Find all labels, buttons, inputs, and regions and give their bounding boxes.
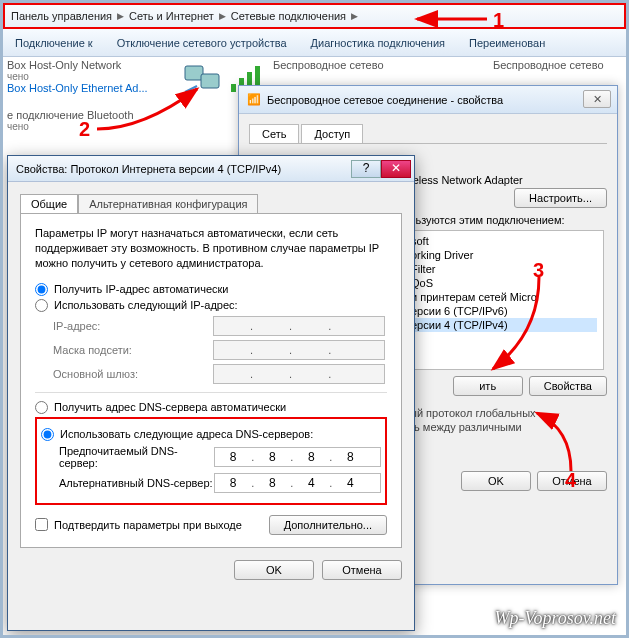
connection-title: Беспроводное сетево bbox=[273, 59, 473, 71]
checkbox-label: Подтвердить параметры при выходе bbox=[54, 519, 242, 531]
titlebar[interactable]: Свойства: Протокол Интернета версии 4 (T… bbox=[8, 156, 414, 182]
install-button[interactable]: ить bbox=[453, 376, 523, 396]
cancel-button[interactable]: Отмена bbox=[322, 560, 402, 580]
radio-label: Получить IP-адрес автоматически bbox=[54, 283, 228, 295]
arrow-icon bbox=[413, 9, 489, 29]
wifi-icon: 📶 bbox=[247, 93, 261, 106]
label-gateway: Основной шлюз: bbox=[53, 368, 213, 380]
toolbar-connect[interactable]: Подключение к bbox=[3, 37, 105, 49]
breadcrumb-item[interactable]: Панель управления bbox=[11, 10, 112, 22]
help-button[interactable]: ? bbox=[351, 160, 381, 178]
label-dns1: Предпочитаемый DNS-сервер: bbox=[59, 445, 214, 469]
dns-octet[interactable] bbox=[332, 476, 368, 490]
toolbar-rename[interactable]: Переименован bbox=[457, 37, 557, 49]
radio-dns-auto[interactable] bbox=[35, 401, 48, 414]
list-item[interactable]: orking Driver bbox=[411, 248, 597, 262]
tab-alt-config[interactable]: Альтернативная конфигурация bbox=[78, 194, 258, 213]
svg-rect-0 bbox=[185, 66, 203, 80]
annotation-number: 2 bbox=[79, 118, 90, 141]
configure-button[interactable]: Настроить... bbox=[514, 188, 607, 208]
alternate-dns-input[interactable]: . . . bbox=[214, 473, 381, 493]
tab-panel: Параметры IP могут назначаться автоматич… bbox=[20, 213, 402, 548]
breadcrumb-item[interactable]: Сеть и Интернет bbox=[129, 10, 214, 22]
radio-label: Получить адрес DNS-сервера автоматически bbox=[54, 401, 286, 413]
tab-access[interactable]: Доступ bbox=[301, 124, 363, 143]
dns-octet[interactable] bbox=[293, 476, 329, 490]
radio-ip-auto[interactable] bbox=[35, 283, 48, 296]
toolbar: Подключение к Отключение сетевого устрой… bbox=[3, 29, 626, 57]
dns-octet[interactable] bbox=[215, 450, 251, 464]
arrow-icon bbox=[483, 273, 553, 373]
close-button[interactable]: ✕ bbox=[583, 90, 611, 108]
preferred-dns-input[interactable]: . . . bbox=[214, 447, 381, 467]
window-ipv4-properties: Свойства: Протокол Интернета версии 4 (T… bbox=[7, 155, 415, 631]
titlebar[interactable]: 📶 Беспроводное сетевое соединение - свой… bbox=[239, 86, 617, 114]
close-button[interactable]: ✕ bbox=[381, 160, 411, 178]
connection-item[interactable]: Беспроводное сетево bbox=[493, 59, 629, 71]
connection-status: чено bbox=[7, 71, 207, 82]
radio-label: Использовать следующие адреса DNS-сервер… bbox=[60, 428, 313, 440]
checkbox-validate[interactable] bbox=[35, 518, 48, 531]
breadcrumb[interactable]: Панель управления ▶ Сеть и Интернет ▶ Се… bbox=[3, 3, 626, 29]
advanced-button[interactable]: Дополнительно... bbox=[269, 515, 387, 535]
toolbar-disable[interactable]: Отключение сетевого устройства bbox=[105, 37, 299, 49]
dns-octet[interactable] bbox=[254, 476, 290, 490]
toolbar-diagnose[interactable]: Диагностика подключения bbox=[299, 37, 457, 49]
tab-general[interactable]: Общие bbox=[20, 194, 78, 213]
adapter-label: reless Network Adapter bbox=[409, 174, 607, 186]
label-mask: Маска подсети: bbox=[53, 344, 213, 356]
arrow-icon bbox=[93, 83, 203, 133]
label-dns2: Альтернативный DNS-сервер: bbox=[59, 477, 214, 489]
dns-octet[interactable] bbox=[332, 450, 368, 464]
subnet-mask-input: ... bbox=[213, 340, 385, 360]
dns-octet[interactable] bbox=[215, 476, 251, 490]
radio-dns-manual[interactable] bbox=[41, 428, 54, 441]
connection-title: Box Host-Only Network bbox=[7, 59, 207, 71]
chevron-right-icon: ▶ bbox=[117, 11, 124, 21]
window-title: Свойства: Протокол Интернета версии 4 (T… bbox=[16, 163, 281, 175]
ok-button[interactable]: OK bbox=[461, 471, 531, 491]
label-ip: IP-адрес: bbox=[53, 320, 213, 332]
breadcrumb-item[interactable]: Сетевые подключения bbox=[231, 10, 346, 22]
gateway-input: ... bbox=[213, 364, 385, 384]
watermark: Wp-Voprosov.net bbox=[495, 608, 616, 629]
svg-rect-1 bbox=[201, 74, 219, 88]
properties-button[interactable]: Свойства bbox=[529, 376, 607, 396]
uses-label: льзуются этим подключением: bbox=[409, 214, 607, 226]
ip-address-input: ... bbox=[213, 316, 385, 336]
dns-octet[interactable] bbox=[293, 450, 329, 464]
list-item[interactable]: soft bbox=[411, 234, 597, 248]
chevron-right-icon: ▶ bbox=[351, 11, 358, 21]
chevron-right-icon: ▶ bbox=[219, 11, 226, 21]
annotation-number: 1 bbox=[493, 9, 504, 32]
radio-ip-manual[interactable] bbox=[35, 299, 48, 312]
intro-text: Параметры IP могут назначаться автоматич… bbox=[35, 226, 387, 271]
window-title: Беспроводное сетевое соединение - свойст… bbox=[267, 94, 503, 106]
tab-network[interactable]: Сеть bbox=[249, 124, 299, 143]
dns-octet[interactable] bbox=[254, 450, 290, 464]
connection-item[interactable]: Беспроводное сетево bbox=[273, 59, 473, 71]
radio-label: Использовать следующий IP-адрес: bbox=[54, 299, 238, 311]
arrow-icon bbox=[531, 409, 581, 475]
ok-button[interactable]: OK bbox=[234, 560, 314, 580]
dns-manual-group: Использовать следующие адреса DNS-сервер… bbox=[35, 417, 387, 505]
connection-title: Беспроводное сетево bbox=[493, 59, 629, 71]
tab-row: Сеть Доступ bbox=[249, 124, 607, 144]
svg-rect-2 bbox=[231, 84, 236, 92]
